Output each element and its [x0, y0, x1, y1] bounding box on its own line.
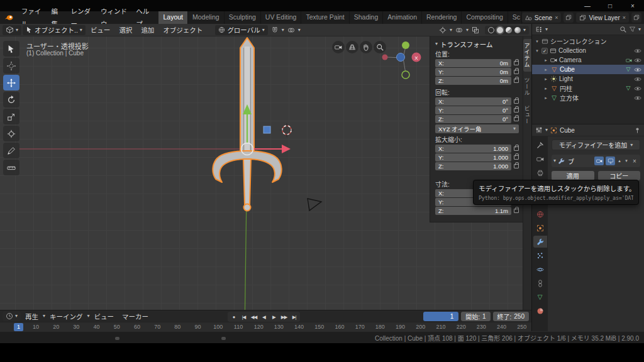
new-view-layer-button[interactable] — [631, 13, 641, 23]
nav-axis-z-negative[interactable] — [402, 71, 409, 79]
scene-selector[interactable]: Scene × — [522, 13, 562, 23]
tab-material[interactable] — [533, 305, 547, 317]
move-down-icon[interactable]: ▾ — [624, 158, 629, 163]
xray-toggle-icon[interactable] — [470, 25, 481, 35]
tool-transform[interactable] — [3, 126, 19, 141]
menu-playback[interactable]: 再生 — [21, 312, 42, 321]
collection-checkbox[interactable]: ✓ — [541, 48, 548, 54]
workspace-tab-layout[interactable]: Layout — [158, 11, 188, 24]
jump-to-end-button[interactable]: ▶| — [289, 312, 299, 321]
menu-select[interactable]: 選択 — [115, 25, 136, 35]
workspace-tab-animation[interactable]: Animation — [383, 11, 422, 24]
overlays-toggle-icon[interactable] — [453, 25, 465, 35]
menu-object[interactable]: オブジェクト — [159, 25, 206, 35]
menu-view[interactable]: ビュー — [87, 25, 114, 35]
scale-y-field[interactable]: Y:1.000 — [435, 153, 511, 162]
eye-icon[interactable] — [634, 57, 641, 64]
eye-icon[interactable] — [634, 94, 641, 102]
tool-cursor[interactable] — [3, 58, 19, 74]
modifier-panel-header[interactable]: ▾ ブ ▴ ▾ × — [552, 155, 640, 167]
eye-icon[interactable] — [634, 75, 641, 83]
expand-icon[interactable]: ▸ — [543, 96, 548, 101]
tool-measure[interactable] — [3, 160, 19, 175]
expand-icon[interactable]: ▸ — [543, 86, 548, 91]
tool-scale[interactable] — [3, 109, 19, 124]
location-x-field[interactable]: X:0m — [435, 59, 511, 67]
outliner-row-scene-collection[interactable]: ▾ シーンコレクション — [532, 36, 644, 46]
sword-grip[interactable] — [243, 159, 251, 205]
properties-editor-icon[interactable] — [535, 126, 543, 134]
filter-icon[interactable] — [629, 26, 636, 33]
menu-marker[interactable]: マーカー — [118, 312, 152, 321]
collapse-icon[interactable]: ▾ — [535, 39, 540, 44]
viewport-visibility-toggle[interactable] — [606, 156, 615, 165]
workspace-tab-compositing[interactable]: Compositing — [462, 11, 508, 24]
tab-output[interactable] — [533, 167, 547, 178]
previous-keyframe-button[interactable]: ◀◀ — [249, 312, 258, 321]
new-scene-button[interactable] — [564, 13, 574, 23]
shading-dropdown-icon[interactable]: ▾ — [523, 28, 526, 33]
next-keyframe-button[interactable]: ▶▶ — [279, 312, 289, 321]
camera-view-button[interactable] — [332, 41, 345, 53]
maximize-button[interactable]: □ — [599, 0, 621, 11]
shading-material-icon[interactable] — [506, 27, 512, 33]
eye-icon[interactable] — [634, 85, 641, 92]
expand-icon[interactable]: ▸ — [543, 58, 548, 63]
tool-rotate[interactable] — [3, 92, 19, 107]
eye-icon[interactable] — [634, 47, 641, 55]
tab-constraints[interactable] — [533, 277, 547, 289]
dimensions-z-field[interactable]: Z:1.1m — [435, 207, 511, 215]
snap-magnet-icon[interactable] — [269, 25, 280, 35]
lock-icon[interactable] — [514, 108, 519, 112]
tab-particles[interactable] — [533, 250, 547, 261]
unlink-scene-icon[interactable]: × — [555, 14, 558, 21]
nav-axis-y-positive[interactable] — [397, 53, 405, 62]
copy-modifier-button[interactable]: コピー — [598, 171, 641, 180]
gizmo-plane-handle[interactable] — [264, 126, 270, 133]
outliner-row-collection[interactable]: ▾ ✓ Collection — [532, 46, 644, 55]
workspace-tab-modeling[interactable]: Modeling — [188, 11, 225, 24]
nav-axis-z-positive[interactable] — [402, 41, 409, 49]
lock-icon[interactable] — [514, 209, 519, 213]
shading-wireframe-icon[interactable] — [488, 27, 494, 33]
tab-render[interactable] — [533, 153, 547, 165]
perspective-toggle-button[interactable] — [346, 41, 358, 53]
current-frame-field[interactable]: 1 — [423, 312, 458, 321]
lock-icon[interactable] — [514, 155, 519, 160]
scale-x-field[interactable]: X:1.000 — [435, 145, 511, 153]
collapse-icon[interactable]: ▾ — [553, 158, 556, 163]
lock-icon[interactable] — [514, 146, 519, 151]
editor-type-button[interactable]: ▾ — [3, 25, 21, 35]
sidebar-tab-item[interactable]: アイテム — [523, 39, 532, 72]
lock-icon[interactable] — [514, 164, 519, 168]
rotation-z-field[interactable]: Z:0° — [435, 115, 511, 123]
search-icon[interactable] — [619, 26, 626, 33]
rotation-mode-dropdown[interactable]: XYZ オイラー角▾ — [435, 124, 519, 133]
menu-timeline-view[interactable]: ビュー — [91, 312, 118, 321]
render-visibility-toggle[interactable] — [594, 156, 604, 165]
tab-object-data[interactable]: ▽ — [533, 291, 547, 303]
outliner-row-cube-jp[interactable]: ▸ ▽ 立方体 — [532, 93, 644, 102]
minimize-button[interactable]: — — [576, 0, 599, 11]
apply-modifier-button[interactable]: 適用 — [552, 171, 594, 180]
timeline-ruler[interactable]: 1 10203040506070809010011012013014015016… — [0, 322, 531, 331]
transform-orientation-dropdown[interactable]: グローバル ▾ — [215, 25, 267, 35]
lock-icon[interactable] — [514, 99, 519, 104]
shading-rendered-icon[interactable] — [514, 27, 521, 33]
eye-icon[interactable] — [634, 66, 641, 74]
frame-end-field[interactable]: 終了: 250 — [493, 312, 529, 321]
mode-selector[interactable]: オブジェクト.. ▾ — [23, 25, 86, 35]
timeline-editor-type-button[interactable]: ▾ — [3, 311, 21, 321]
outliner-row-cylinder[interactable]: ▸ ▽ 円柱 ▽ — [532, 84, 644, 93]
playhead-marker[interactable]: 1 — [14, 323, 23, 331]
gizmos-toggle-icon[interactable] — [437, 25, 448, 35]
play-button[interactable]: ▶ — [269, 312, 279, 321]
camera-wireframe[interactable] — [308, 199, 321, 211]
pan-view-button[interactable] — [360, 41, 372, 53]
scale-z-field[interactable]: Z:1.000 — [435, 162, 511, 170]
viewport-3d[interactable]: X ユーザー・透視投影 (1) Collection | Cube ▾ トラ — [0, 36, 531, 310]
close-icon[interactable]: × — [631, 158, 638, 165]
add-modifier-button[interactable]: モディファイアーを追加 ▾ — [552, 140, 640, 150]
tool-select-box[interactable] — [3, 41, 19, 57]
workspace-tab-shading[interactable]: Shading — [350, 11, 384, 24]
